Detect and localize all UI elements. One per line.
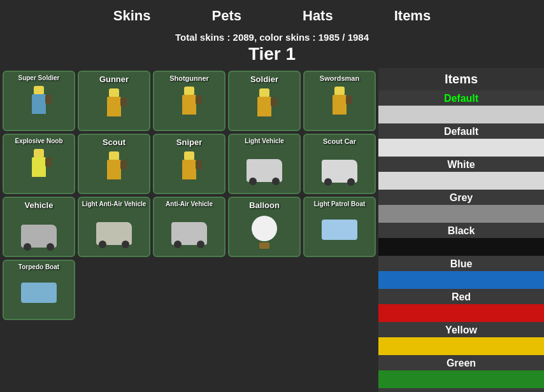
color-entry-green[interactable]: Green [378, 355, 544, 388]
skin-cell-torpedo-boat[interactable]: Torpedo Boat [3, 260, 75, 320]
color-entry-black[interactable]: Black [378, 223, 544, 256]
color-label: Default [378, 90, 544, 106]
skin-image [94, 149, 134, 190]
color-label: Yellow [378, 322, 544, 337]
skin-image [319, 147, 360, 188]
color-label: White [378, 157, 544, 172]
color-swatch [378, 139, 544, 157]
skin-cell-vehicle[interactable]: Vehicle [3, 197, 75, 257]
nav-hats[interactable]: Hats [272, 5, 364, 27]
skin-name: Swordsman [320, 74, 359, 83]
color-entry-yellow[interactable]: Yellow [378, 322, 544, 355]
color-panel: ItemsDefaultDefaultWhiteGreyBlackBlueRed… [378, 68, 544, 392]
skin-name: Scout [103, 137, 125, 148]
color-label: Grey [378, 190, 544, 205]
color-entry-grey[interactable]: Grey [378, 190, 544, 223]
skin-image [319, 209, 360, 250]
color-label: Blue [378, 256, 544, 271]
color-swatch [378, 304, 544, 322]
skin-name: Light Vehicle [245, 137, 284, 145]
skin-name: Light Anti-Air Vehicle [82, 200, 147, 208]
skin-name: Anti-Air Vehicle [166, 200, 213, 208]
skin-image [319, 84, 360, 125]
skin-name: Shotgunner [169, 74, 209, 83]
nav-skins[interactable]: Skins [83, 5, 182, 27]
stats-line: Total skins : 2089, color skins : 1985 /… [0, 32, 544, 43]
tier-label: Tier 1 [0, 44, 544, 64]
color-swatch [378, 370, 544, 388]
skin-grid-area: Super Soldier Gunner Shotgunner Soldier [0, 68, 378, 392]
skin-name: Torpedo Boat [18, 263, 59, 271]
skin-image [18, 212, 59, 253]
color-label: Black [378, 223, 544, 238]
skin-name: Light Patrol Boat [314, 200, 366, 208]
color-entry-default[interactable]: Default [378, 123, 544, 157]
skin-image [169, 209, 210, 250]
color-entry-red[interactable]: Red [378, 289, 544, 322]
skin-name: Explosive Noob [15, 137, 62, 145]
skin-cell-anti-air-vehicle[interactable]: Anti-Air Vehicle [153, 197, 225, 257]
skin-cell-light-vehicle[interactable]: Light Vehicle [228, 134, 301, 194]
color-swatch [378, 238, 544, 256]
color-panel-title: Items [378, 68, 544, 90]
color-swatch [378, 337, 544, 355]
skin-cell-light-patrol-boat[interactable]: Light Patrol Boat [303, 197, 376, 257]
skin-cell-balloon[interactable]: Balloon [228, 197, 301, 257]
color-label: Green [378, 355, 544, 370]
skin-cell-shotgunner[interactable]: Shotgunner [153, 71, 225, 131]
color-swatch [378, 172, 544, 190]
color-swatch [378, 106, 544, 123]
color-swatch [378, 271, 544, 289]
skin-cell-scout-car[interactable]: Scout Car [303, 134, 376, 194]
color-label: Red [378, 289, 544, 304]
skin-cell-swordsman[interactable]: Swordsman [303, 71, 376, 131]
skin-image [18, 83, 59, 124]
color-label: Default [378, 123, 544, 139]
skin-image [169, 149, 210, 190]
skin-cell-gunner[interactable]: Gunner [78, 71, 150, 131]
skin-name: Scout Car [323, 137, 356, 146]
skin-image [169, 84, 210, 125]
skin-image [94, 209, 134, 250]
skin-cell-sniper[interactable]: Sniper [153, 134, 225, 194]
skin-image [244, 146, 285, 187]
color-entry-default[interactable]: Default [378, 90, 544, 123]
skin-cell-super-soldier[interactable]: Super Soldier [3, 71, 75, 131]
skin-name: Gunner [99, 74, 129, 85]
skin-cell-explosive-noob[interactable]: Explosive Noob [3, 134, 75, 194]
skin-image [18, 272, 59, 313]
skin-name: Super Soldier [18, 74, 59, 82]
nav-pets[interactable]: Pets [182, 5, 272, 27]
skin-cell-light-anti-air-vehicle[interactable]: Light Anti-Air Vehicle [78, 197, 150, 257]
skin-image [94, 86, 134, 127]
skin-cell-scout[interactable]: Scout [78, 134, 150, 194]
skin-name: Vehicle [25, 200, 54, 211]
color-entry-white[interactable]: White [378, 157, 544, 190]
skin-name: Sniper [176, 137, 202, 148]
color-swatch [378, 205, 544, 223]
color-entry-blue[interactable]: Blue [378, 256, 544, 289]
top-navigation: Skins Pets Hats Items [0, 0, 544, 29]
skin-name: Balloon [249, 200, 280, 211]
skin-grid: Super Soldier Gunner Shotgunner Soldier [3, 71, 376, 320]
skin-image [244, 212, 285, 253]
skin-cell-soldier[interactable]: Soldier [228, 71, 301, 131]
skin-image [18, 146, 59, 187]
nav-items[interactable]: Items [364, 5, 461, 27]
skin-image [244, 86, 285, 127]
main-area: Super Soldier Gunner Shotgunner Soldier [0, 68, 544, 392]
skin-name: Soldier [250, 74, 278, 85]
